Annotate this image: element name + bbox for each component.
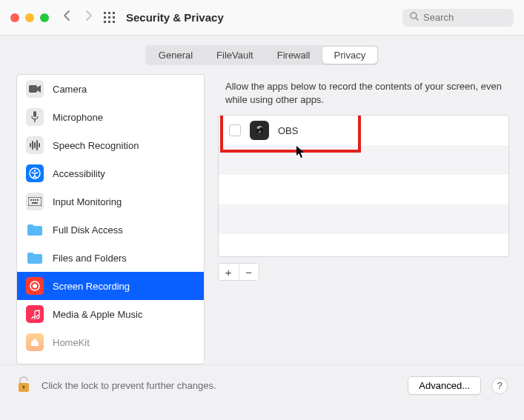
app-row-empty: [219, 145, 508, 175]
sidebar-item-microphone[interactable]: Microphone: [17, 103, 204, 131]
forward-button[interactable]: [85, 10, 93, 25]
sidebar-item-label: Screen Recording: [53, 281, 130, 292]
sidebar-item-media-apple-music[interactable]: Media & Apple Music: [17, 300, 204, 328]
detail-description: Allow the apps below to record the conte…: [218, 74, 509, 115]
app-row-empty: [219, 175, 508, 204]
nav-arrows: [62, 10, 93, 25]
svg-rect-5: [113, 16, 115, 19]
svg-rect-6: [104, 21, 106, 23]
sidebar-item-label: Accessibility: [53, 168, 105, 179]
app-row-empty: [219, 234, 508, 257]
add-remove-buttons: + −: [218, 263, 259, 281]
window-title: Security & Privacy: [126, 11, 224, 24]
obs-app-icon: [250, 121, 269, 140]
svg-rect-24: [35, 199, 36, 201]
search-icon: [410, 12, 419, 23]
svg-rect-0: [104, 12, 106, 14]
svg-rect-3: [104, 16, 106, 19]
svg-rect-11: [29, 85, 37, 93]
svg-rect-22: [30, 199, 32, 201]
app-row[interactable]: OBS: [219, 116, 508, 145]
sidebar-item-label: Input Monitoring: [53, 196, 122, 207]
svg-rect-4: [108, 16, 110, 19]
remove-app-button[interactable]: −: [239, 264, 259, 280]
sidebar-item-camera[interactable]: Camera: [17, 75, 204, 103]
svg-point-28: [33, 284, 37, 288]
lock-icon[interactable]: [16, 376, 31, 396]
sidebar-item-full-disk-access[interactable]: Full Disk Access: [17, 216, 204, 244]
sidebar-item-label: Speech Recognition: [53, 140, 139, 151]
sidebar-item-input-monitoring[interactable]: Input Monitoring: [17, 187, 204, 216]
sidebar-item-homekit[interactable]: HomeKit: [17, 328, 204, 356]
tab-filevault[interactable]: FileVault: [205, 47, 265, 64]
help-button[interactable]: ?: [491, 378, 508, 394]
app-name: OBS: [278, 125, 298, 136]
app-checkbox[interactable]: [229, 124, 241, 136]
svg-rect-8: [113, 21, 115, 23]
footer: Click the lock to prevent further change…: [0, 364, 524, 406]
apps-grid-icon[interactable]: [104, 12, 116, 24]
window-controls: [10, 13, 49, 22]
folder-icon: [26, 221, 44, 239]
tab-strip: General FileVault Firewall Privacy: [0, 36, 524, 74]
sidebar-item-screen-recording[interactable]: Screen Recording: [17, 272, 204, 300]
tab-privacy[interactable]: Privacy: [322, 47, 378, 64]
sidebar-item-label: HomeKit: [53, 337, 90, 348]
lock-hint-text: Click the lock to prevent further change…: [42, 380, 216, 391]
record-icon: [26, 277, 44, 295]
sidebar-item-label: Full Disk Access: [53, 224, 123, 236]
tab-general[interactable]: General: [147, 47, 205, 64]
music-icon: [26, 305, 44, 323]
sidebar-item-label: Camera: [53, 84, 87, 95]
sidebar-item-label: Microphone: [53, 112, 103, 123]
advanced-button[interactable]: Advanced...: [408, 376, 481, 395]
svg-rect-23: [33, 199, 34, 201]
tab-group: General FileVault Firewall Privacy: [145, 45, 379, 65]
svg-line-10: [416, 18, 418, 20]
svg-rect-34: [23, 387, 24, 389]
app-row-empty: [219, 204, 508, 234]
main-area: Camera Microphone Speech Recognition Acc…: [0, 74, 524, 364]
sidebar-item-speech-recognition[interactable]: Speech Recognition: [17, 131, 204, 159]
svg-rect-25: [37, 199, 39, 201]
svg-rect-26: [32, 202, 38, 204]
sidebar-item-files-and-folders[interactable]: Files and Folders: [17, 244, 204, 272]
back-button[interactable]: [62, 10, 70, 25]
sidebar-item-accessibility[interactable]: Accessibility: [17, 159, 204, 187]
search-field[interactable]: [402, 9, 514, 27]
home-icon: [26, 333, 44, 351]
svg-point-20: [34, 170, 36, 172]
microphone-icon: [26, 108, 44, 126]
add-app-button[interactable]: +: [219, 264, 239, 280]
waveform-icon: [26, 136, 44, 154]
sidebar-item-label: Media & Apple Music: [53, 309, 142, 320]
svg-rect-1: [108, 12, 110, 14]
close-window-button[interactable]: [10, 13, 19, 22]
zoom-window-button[interactable]: [40, 13, 49, 22]
search-input[interactable]: [423, 12, 506, 23]
svg-rect-21: [28, 197, 42, 206]
privacy-category-list: Camera Microphone Speech Recognition Acc…: [16, 74, 205, 364]
folder-icon: [26, 249, 44, 267]
camera-icon: [26, 80, 44, 98]
svg-rect-7: [108, 21, 110, 23]
keyboard-icon: [26, 193, 44, 210]
svg-rect-12: [33, 111, 36, 117]
minimize-window-button[interactable]: [25, 13, 34, 22]
accessibility-icon: [26, 164, 44, 182]
detail-pane: Allow the apps below to record the conte…: [218, 74, 509, 364]
window-toolbar: Security & Privacy: [0, 0, 524, 36]
app-list: OBS: [218, 115, 509, 257]
tab-firewall[interactable]: Firewall: [265, 47, 322, 64]
svg-rect-2: [113, 12, 115, 14]
sidebar-item-label: Files and Folders: [53, 253, 127, 264]
